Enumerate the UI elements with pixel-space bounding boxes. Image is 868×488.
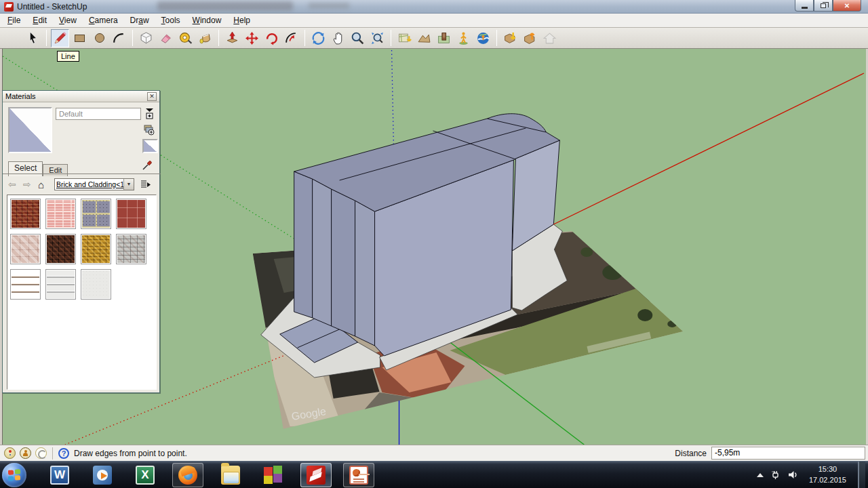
- eraser-tool-button[interactable]: [157, 29, 175, 47]
- add-location-button[interactable]: [395, 29, 414, 47]
- orbit-tool-button[interactable]: [309, 29, 328, 47]
- menu-camera[interactable]: Camera: [83, 14, 124, 26]
- show-desktop-button[interactable]: [858, 462, 865, 488]
- material-name-field[interactable]: Default: [56, 108, 141, 120]
- add-location-icon: [397, 31, 412, 45]
- materials-nav-row: ⇦ ⇨ ⌂ Brick and Cladding<1 ▼: [8, 178, 156, 191]
- cursor-icon: [26, 31, 40, 45]
- red-axis: [553, 73, 864, 224]
- taskbar-explorer[interactable]: [215, 463, 246, 487]
- menu-help[interactable]: Help: [227, 14, 256, 26]
- material-swatch-stucco-white[interactable]: [81, 269, 111, 300]
- make-component-button[interactable]: [137, 29, 155, 47]
- zoom-extents-icon: [370, 31, 384, 45]
- material-swatch-stone-pavers-pink[interactable]: [10, 234, 41, 264]
- speaker-icon[interactable]: [787, 469, 799, 481]
- menu-window[interactable]: Window: [186, 14, 228, 26]
- material-swatch-siding-tan[interactable]: [10, 269, 41, 300]
- collection-dropdown[interactable]: Brick and Cladding<1 ▼: [54, 178, 134, 190]
- credits-badge-icon[interactable]: [20, 447, 31, 459]
- materials-panel-title: Materials: [5, 92, 147, 100]
- details-icon[interactable]: [138, 178, 152, 191]
- menu-draw[interactable]: Draw: [124, 14, 155, 26]
- material-swatch-pavers-red-square[interactable]: [116, 199, 146, 229]
- material-swatch-brick-yellow[interactable]: [81, 234, 111, 264]
- home-icon[interactable]: ⌂: [38, 179, 54, 190]
- menu-tools[interactable]: Tools: [155, 14, 186, 26]
- terrain-icon: [417, 31, 431, 45]
- materials-panel-titlebar[interactable]: Materials ✕: [3, 91, 159, 102]
- google-earth-button[interactable]: [474, 29, 492, 47]
- photo-textures-icon: [437, 31, 451, 45]
- share-model-button[interactable]: [521, 29, 539, 47]
- walk-figure-button[interactable]: [454, 29, 473, 47]
- dropdown-arrow-icon[interactable]: ▼: [123, 179, 134, 190]
- hidden-icons-chevron[interactable]: [757, 473, 764, 477]
- taskbar-excel[interactable]: X: [130, 463, 161, 487]
- material-swatch-brick-rough-red[interactable]: [10, 199, 41, 229]
- zoom-extents-button[interactable]: [368, 29, 387, 47]
- tape-measure-button[interactable]: [176, 29, 195, 47]
- pan-tool-button[interactable]: [329, 29, 347, 47]
- forward-arrow-icon[interactable]: ⇨: [23, 179, 38, 190]
- excel-icon: X: [136, 466, 155, 485]
- rotate-tool-button[interactable]: [262, 29, 281, 47]
- distance-label: Distance: [675, 449, 707, 458]
- tab-edit[interactable]: Edit: [43, 164, 68, 176]
- menu-view[interactable]: View: [53, 14, 83, 26]
- push-pull-tool-button[interactable]: [223, 29, 241, 47]
- material-swatch-pavers-pink-basketweave[interactable]: [45, 199, 76, 229]
- help-question-icon[interactable]: ?: [58, 448, 69, 459]
- photo-textures-button[interactable]: [435, 29, 453, 47]
- paint-bucket-button[interactable]: [196, 29, 214, 47]
- taskbar-firefox[interactable]: [172, 463, 203, 487]
- zoom-tool-button[interactable]: [349, 29, 367, 47]
- rectangle-icon: [75, 35, 85, 42]
- rectangle-tool-button[interactable]: [71, 29, 89, 47]
- minimize-button[interactable]: [795, 0, 814, 12]
- arc-tool-button[interactable]: [110, 29, 128, 47]
- taskbar-media-player[interactable]: [87, 463, 118, 487]
- toggle-terrain-button[interactable]: [415, 29, 433, 47]
- material-preview-swatch: [8, 107, 52, 153]
- clock[interactable]: 15:30 17.02.2015: [809, 464, 846, 485]
- get-models-button[interactable]: [501, 29, 519, 47]
- secondary-pane-icon[interactable]: [142, 106, 156, 120]
- close-button[interactable]: ✕: [833, 0, 861, 12]
- circle-tool-button[interactable]: [90, 29, 108, 47]
- start-button[interactable]: [2, 463, 26, 487]
- sample-paint-eyedropper-icon[interactable]: [140, 158, 154, 171]
- taskbar-sketchup[interactable]: [300, 463, 332, 487]
- statusbar: ? Draw edges from point to point. Distan…: [0, 445, 868, 461]
- taskbar-word[interactable]: W: [44, 463, 75, 487]
- orbit-icon: [311, 31, 326, 45]
- create-material-icon[interactable]: [142, 123, 155, 136]
- materials-close-icon[interactable]: ✕: [147, 92, 157, 101]
- move-tool-button[interactable]: [243, 29, 261, 47]
- material-swatch-list: [7, 195, 157, 390]
- select-tool-button[interactable]: [24, 29, 42, 47]
- power-plug-icon[interactable]: [770, 469, 781, 481]
- tray-date: 17.02.2015: [809, 475, 846, 485]
- claim-badge-icon[interactable]: [35, 447, 47, 459]
- taskbar-powerpoint[interactable]: [343, 463, 374, 487]
- back-arrow-icon[interactable]: ⇦: [8, 179, 23, 190]
- geolocation-badge-icon[interactable]: [4, 447, 16, 459]
- line-tool-button[interactable]: [51, 29, 69, 47]
- material-swatch-granite-block[interactable]: [81, 199, 111, 229]
- restore-button[interactable]: [814, 0, 833, 12]
- menu-file[interactable]: File: [1, 14, 26, 26]
- extension-warehouse-button[interactable]: [540, 29, 559, 47]
- material-swatch-brick-whitewashed[interactable]: [116, 234, 146, 264]
- system-tray: 15:30 17.02.2015: [757, 462, 868, 488]
- distance-value-field[interactable]: -5,95m: [711, 447, 865, 460]
- magnifier-icon: [351, 31, 365, 45]
- material-swatch-siding-white[interactable]: [45, 269, 76, 300]
- blurred-background-window: [309, 3, 349, 9]
- offset-tool-button[interactable]: [282, 29, 300, 47]
- pan-hand-icon: [331, 31, 345, 45]
- default-material-swatch[interactable]: [142, 139, 158, 153]
- taskbar-color-squares[interactable]: [258, 463, 289, 487]
- material-swatch-brick-dark-mixed[interactable]: [45, 234, 76, 264]
- menu-edit[interactable]: Edit: [26, 14, 53, 26]
